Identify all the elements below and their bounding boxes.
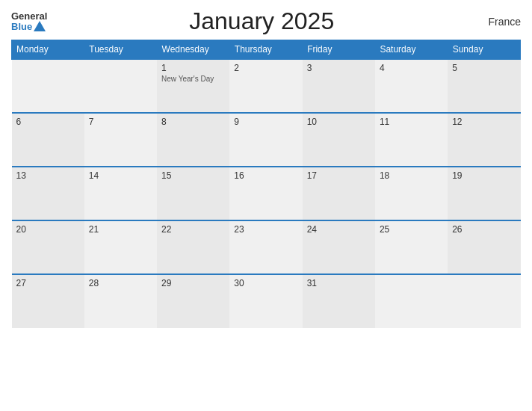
day-cell: 3 [303,59,375,113]
day-number: 5 [452,63,516,73]
day-cell [448,274,520,328]
day-cell: 5 [448,59,520,113]
day-cell: 14 [84,167,157,220]
logo-triangle-icon [34,21,46,31]
day-event: New Year's Day [161,75,225,83]
day-number: 26 [452,224,516,235]
day-cell: 26 [448,220,520,274]
col-header-saturday: Saturday [375,40,448,60]
day-cell: 13 [12,167,84,220]
day-number: 1 [161,63,225,73]
day-cell: 15 [157,167,229,220]
day-number: 28 [89,278,152,288]
day-cell: 21 [84,220,157,274]
day-cell [12,59,84,113]
day-cell: 16 [229,167,302,220]
day-number: 13 [16,170,80,181]
day-cell: 20 [12,220,84,274]
calendar-table: Monday Tuesday Wednesday Thursday Friday… [11,40,521,328]
day-number: 27 [16,278,80,288]
day-number: 29 [161,278,225,288]
day-cell: 24 [303,220,375,274]
day-cell: 2 [229,59,302,113]
day-cell: 30 [229,274,302,328]
day-number: 3 [307,63,371,73]
day-cell: 25 [375,220,448,274]
week-row-4: 20212223242526 [12,220,521,274]
day-number: 16 [234,170,297,181]
day-cell: 4 [375,59,448,113]
day-cell: 23 [229,220,302,274]
day-cell: 6 [12,113,84,167]
day-cell: 22 [157,220,229,274]
day-cell: 19 [448,167,520,220]
logo-blue-row: Blue [11,21,47,32]
day-number: 19 [452,170,516,181]
day-cell: 9 [229,113,302,167]
day-number: 6 [16,117,80,127]
day-number: 15 [161,170,225,181]
day-number: 23 [234,224,297,235]
header-row: Monday Tuesday Wednesday Thursday Friday… [12,40,521,60]
calendar-header: General Blue January 2025 France [11,7,521,35]
day-number: 30 [234,278,297,288]
day-number: 11 [380,117,443,127]
col-header-tuesday: Tuesday [84,40,157,60]
country-label: France [476,16,521,28]
day-cell [84,59,157,113]
day-cell: 28 [84,274,157,328]
day-cell: 1New Year's Day [157,59,229,113]
day-number: 20 [16,224,80,235]
calendar-title: January 2025 [47,7,476,35]
week-row-5: 2728293031 [12,274,521,328]
day-cell: 7 [84,113,157,167]
day-number: 9 [234,117,297,127]
day-number: 8 [161,117,225,127]
logo: General Blue [11,11,47,32]
week-row-1: 1New Year's Day2345 [12,59,521,113]
day-number: 10 [307,117,371,127]
day-number: 18 [380,170,443,181]
day-cell: 12 [448,113,520,167]
day-number: 25 [380,224,443,235]
day-number: 22 [161,224,225,235]
day-number: 12 [452,117,516,127]
day-cell: 18 [375,167,448,220]
day-number: 17 [307,170,371,181]
col-header-monday: Monday [12,40,84,60]
calendar-container: General Blue January 2025 France Monday … [0,0,532,411]
day-cell: 11 [375,113,448,167]
week-row-2: 6789101112 [12,113,521,167]
day-cell: 27 [12,274,84,328]
day-cell [375,274,448,328]
day-number: 14 [89,170,152,181]
day-cell: 31 [303,274,375,328]
logo-general-text: General [11,11,47,21]
logo-blue-text: Blue [11,22,32,31]
col-header-friday: Friday [303,40,375,60]
day-number: 24 [307,224,371,235]
day-cell: 10 [303,113,375,167]
day-number: 31 [307,278,371,288]
day-number: 4 [380,63,443,73]
day-number: 21 [89,224,152,235]
col-header-thursday: Thursday [229,40,302,60]
week-row-3: 13141516171819 [12,167,521,220]
day-cell: 29 [157,274,229,328]
day-cell: 17 [303,167,375,220]
day-number: 2 [234,63,297,73]
col-header-sunday: Sunday [448,40,520,60]
day-cell: 8 [157,113,229,167]
day-number: 7 [89,117,152,127]
col-header-wednesday: Wednesday [157,40,229,60]
